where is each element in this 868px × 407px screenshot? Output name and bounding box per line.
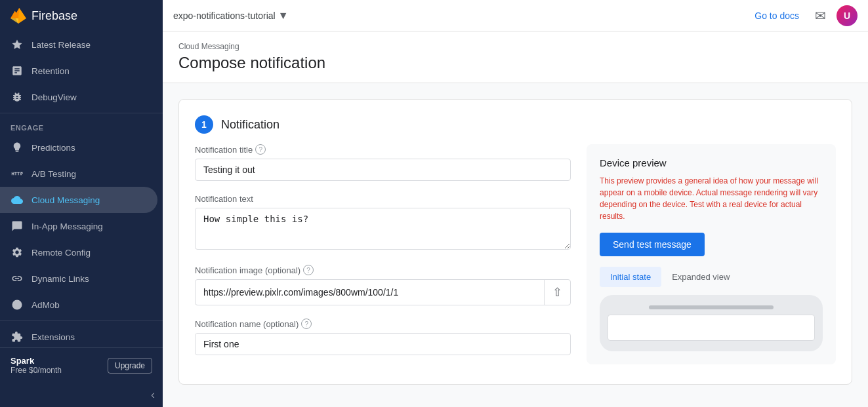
form-left: Notification title ? Notification text H…	[195, 144, 571, 368]
cloud-messaging-icon	[10, 193, 24, 206]
title-help-icon[interactable]: ?	[255, 144, 266, 155]
section-header: 1 Notification	[179, 100, 852, 144]
in-app-messaging-icon	[10, 220, 24, 233]
star-icon	[10, 38, 24, 51]
sidebar-item-dynamic-links-label: Dynamic Links	[31, 274, 89, 284]
topbar: expo-notifications-tutorial ▼ Go to docs…	[163, 0, 868, 31]
upgrade-button[interactable]: Upgrade	[108, 358, 152, 374]
sidebar-item-remote-config-label: Remote Config	[31, 248, 91, 258]
sidebar-item-predictions[interactable]: Predictions	[0, 134, 157, 161]
main-content: expo-notifications-tutorial ▼ Go to docs…	[163, 0, 868, 407]
sidebar-item-in-app-messaging-label: In-App Messaging	[31, 222, 103, 231]
sidebar-item-in-app-messaging[interactable]: In-App Messaging	[0, 213, 157, 239]
debugview-icon	[10, 90, 24, 104]
sidebar-item-predictions-label: Predictions	[31, 143, 75, 153]
sidebar-item-cloud-messaging-label: Cloud Messaging	[31, 195, 100, 205]
upload-icon[interactable]: ⇧	[544, 280, 570, 305]
notification-name-label: Notification name (optional) ?	[195, 319, 571, 329]
send-test-message-button[interactable]: Send test message	[600, 233, 705, 256]
section-name: Notification	[221, 118, 279, 132]
sidebar-collapse[interactable]: ‹	[0, 383, 163, 407]
device-preview-description: This preview provides a general idea of …	[600, 175, 823, 222]
admob-icon	[10, 298, 24, 311]
sidebar-item-latest-release[interactable]: Latest Release	[0, 31, 157, 58]
notification-bell-icon[interactable]: ✉	[815, 8, 826, 24]
tab-expanded-view[interactable]: Expanded view	[661, 267, 740, 287]
sidebar-item-debugview[interactable]: DebugView	[0, 84, 157, 110]
sidebar-item-dynamic-links[interactable]: Dynamic Links	[0, 265, 157, 292]
app-name: Firebase	[31, 9, 77, 23]
notification-image-group: Notification image (optional) ? ⇧	[195, 265, 571, 305]
remote-config-icon	[10, 246, 24, 259]
project-name: expo-notifications-tutorial	[173, 10, 276, 21]
tab-initial-state[interactable]: Initial state	[600, 267, 661, 287]
ab-testing-icon	[10, 167, 24, 180]
project-dropdown-icon: ▼	[278, 10, 289, 22]
sidebar-item-extensions-label: Extensions	[31, 332, 75, 342]
sidebar-item-retention[interactable]: Retention	[0, 58, 157, 84]
user-avatar[interactable]: U	[837, 5, 858, 26]
sidebar-footer: Spark Free $0/month Upgrade	[0, 347, 163, 383]
sidebar-item-extensions[interactable]: Extensions	[0, 324, 157, 347]
chevron-left-icon: ‹	[151, 388, 155, 402]
notification-image-input[interactable]	[196, 282, 544, 303]
form-right: Device preview This preview provides a g…	[587, 144, 836, 368]
retention-icon	[10, 64, 24, 77]
page-title: Compose notification	[178, 54, 852, 83]
plan-name: Spark	[10, 356, 62, 366]
project-selector[interactable]: expo-notifications-tutorial ▼	[173, 10, 288, 22]
extensions-icon	[10, 330, 24, 343]
name-help-icon[interactable]: ?	[301, 319, 312, 329]
form-body: Notification title ? Notification text H…	[179, 144, 852, 384]
plan-price: Free $0/month	[10, 366, 62, 375]
sidebar: Firebase Latest Release Retention DebugV…	[0, 0, 163, 407]
device-preview-title: Device preview	[600, 157, 823, 168]
notification-text-group: Notification text How simple this is?	[195, 194, 571, 252]
sidebar-header: Firebase	[0, 0, 163, 31]
preview-tabs: Initial state Expanded view	[600, 267, 823, 287]
predictions-icon	[10, 141, 24, 154]
notification-title-group: Notification title ?	[195, 144, 571, 181]
sidebar-nav: Latest Release Retention DebugView Engag…	[0, 31, 163, 347]
sidebar-item-latest-release-label: Latest Release	[31, 40, 91, 50]
notification-text-input[interactable]: How simple this is?	[195, 208, 571, 250]
page-area: Cloud Messaging Compose notification 1 N…	[163, 31, 868, 407]
sidebar-item-admob-label: AdMob	[31, 300, 60, 310]
phone-bar-top	[649, 305, 774, 309]
notification-image-input-row: ⇧	[195, 279, 571, 305]
dynamic-links-icon	[10, 272, 24, 285]
sidebar-item-retention-label: Retention	[31, 66, 70, 76]
sidebar-item-cloud-messaging[interactable]: Cloud Messaging	[0, 187, 157, 213]
sidebar-item-admob[interactable]: AdMob	[0, 292, 157, 318]
form-card: 1 Notification Notification title ?	[178, 99, 852, 385]
step-badge: 1	[195, 115, 213, 134]
sidebar-item-debugview-label: DebugView	[31, 92, 77, 102]
notification-name-group: Notification name (optional) ?	[195, 319, 571, 355]
firebase-flame-icon	[10, 8, 26, 24]
notification-name-input[interactable]	[195, 333, 571, 355]
phone-content-area	[608, 315, 815, 341]
svg-point-0	[12, 300, 22, 310]
notification-text-label: Notification text	[195, 194, 571, 204]
firebase-logo[interactable]: Firebase	[10, 8, 77, 24]
notification-title-label: Notification title ?	[195, 144, 571, 155]
page-header: Cloud Messaging Compose notification	[163, 31, 868, 83]
sidebar-item-remote-config[interactable]: Remote Config	[0, 239, 157, 265]
breadcrumb: Cloud Messaging	[178, 42, 852, 51]
sidebar-item-ab-testing[interactable]: A/B Testing	[0, 161, 157, 187]
device-preview: Device preview This preview provides a g…	[587, 144, 836, 364]
notification-image-label: Notification image (optional) ?	[195, 265, 571, 275]
phone-preview	[600, 295, 823, 351]
notification-title-input[interactable]	[195, 159, 571, 181]
image-help-icon[interactable]: ?	[303, 265, 314, 275]
go-to-docs-link[interactable]: Go to docs	[754, 10, 799, 21]
engage-section-title: Engage	[0, 116, 163, 134]
sidebar-item-ab-testing-label: A/B Testing	[31, 169, 76, 179]
